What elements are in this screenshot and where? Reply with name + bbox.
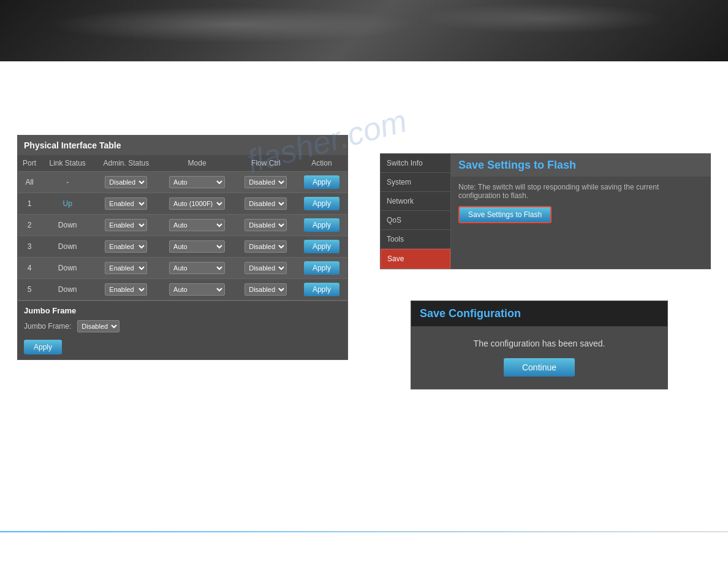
table-row: 2DownDisabledEnabledAutoAuto (1000F)100F… — [18, 215, 347, 236]
cell-mode: AutoAuto (1000F)100F100H10F10H — [159, 193, 236, 215]
sidebar-menu: Switch Info System Network QoS Tools Sav… — [381, 154, 451, 269]
save-settings-to-flash-button[interactable]: Save Settings to Flash — [458, 206, 552, 223]
cell-flow-ctrl: DisabledEnabled — [236, 193, 296, 215]
admin-status-select[interactable]: DisabledEnabled — [105, 240, 147, 253]
header-banner — [0, 0, 728, 61]
continue-button[interactable]: Continue — [504, 358, 575, 377]
jumbo-frame-section: Jumbo Frame Jumbo Frame: Disabled Enable… — [18, 301, 347, 359]
flow-ctrl-select[interactable]: DisabledEnabled — [245, 197, 287, 210]
apply-button[interactable]: Apply — [304, 175, 339, 189]
cell-admin-status: DisabledEnabled — [94, 193, 158, 215]
apply-button[interactable]: Apply — [304, 218, 339, 232]
cell-flow-ctrl: DisabledEnabled — [236, 172, 296, 193]
cell-link-status: Up — [41, 193, 94, 215]
flow-ctrl-select[interactable]: DisabledEnabled — [245, 219, 287, 231]
cell-mode: AutoAuto (1000F)100F100H10F10H — [159, 236, 236, 258]
cell-flow-ctrl: DisabledEnabled — [236, 279, 296, 301]
admin-status-select[interactable]: DisabledEnabled — [105, 262, 147, 274]
apply-button[interactable]: Apply — [304, 240, 339, 253]
cell-port: All — [18, 172, 41, 193]
cell-link-status: Down — [41, 236, 94, 258]
col-action: Action — [296, 155, 347, 172]
cell-flow-ctrl: DisabledEnabled — [236, 215, 296, 236]
col-flow-ctrl: Flow Ctrl — [236, 155, 296, 172]
jumbo-apply-button[interactable]: Apply — [24, 340, 62, 354]
col-mode: Mode — [159, 155, 236, 172]
table-row: 3DownDisabledEnabledAutoAuto (1000F)100F… — [18, 236, 347, 258]
sidebar-tools[interactable]: Tools — [381, 230, 450, 249]
flow-ctrl-select[interactable]: DisabledEnabled — [245, 176, 287, 188]
cell-port: 4 — [18, 258, 41, 279]
table-title: Physical Interface Table — [18, 136, 347, 155]
flow-ctrl-select[interactable]: DisabledEnabled — [245, 240, 287, 253]
cell-link-status: Down — [41, 215, 94, 236]
col-link-status: Link Status — [41, 155, 94, 172]
interface-table: Port Link Status Admin. Status Mode Flow… — [18, 155, 347, 301]
cell-port: 5 — [18, 279, 41, 301]
mode-select[interactable]: AutoAuto (1000F)100F100H10F10H — [169, 219, 225, 231]
sidebar-network[interactable]: Network — [381, 192, 450, 211]
save-config-dialog: Save Configuration The configuration has… — [411, 301, 668, 389]
sidebar-save[interactable]: Save — [381, 249, 450, 269]
cell-action: Apply — [296, 279, 347, 301]
cell-mode: AutoAuto (1000F)100F100H10F10H — [159, 215, 236, 236]
cell-admin-status: DisabledEnabled — [94, 258, 158, 279]
sidebar-switch-info[interactable]: Switch Info — [381, 154, 450, 173]
mode-select[interactable]: AutoAuto (1000F)100F100H10F10H — [169, 262, 225, 274]
footer-line — [0, 531, 728, 532]
cell-port: 2 — [18, 215, 41, 236]
cell-mode: AutoAuto (1000F)100F100H10F10H — [159, 279, 236, 301]
jumbo-frame-select[interactable]: Disabled Enabled — [77, 320, 119, 332]
cell-action: Apply — [296, 193, 347, 215]
cell-action: Apply — [296, 236, 347, 258]
table-row: 1UpDisabledEnabledAutoAuto (1000F)100F10… — [18, 193, 347, 215]
admin-status-select[interactable]: DisabledEnabled — [105, 219, 147, 231]
mode-select[interactable]: AutoAuto (1000F)100F100H10F10H — [169, 176, 225, 188]
apply-button[interactable]: Apply — [304, 261, 339, 275]
sidebar-system[interactable]: System — [381, 173, 450, 192]
table-row: 4DownDisabledEnabledAutoAuto (1000F)100F… — [18, 258, 347, 279]
save-flash-title: Save Settings to Flash — [458, 159, 703, 172]
cell-action: Apply — [296, 258, 347, 279]
cell-admin-status: DisabledEnabled — [94, 236, 158, 258]
col-port: Port — [18, 155, 41, 172]
cell-flow-ctrl: DisabledEnabled — [236, 258, 296, 279]
cell-admin-status: DisabledEnabled — [94, 215, 158, 236]
sidebar-qos[interactable]: QoS — [381, 211, 450, 230]
cell-admin-status: DisabledEnabled — [94, 279, 158, 301]
save-config-title: Save Configuration — [420, 307, 659, 320]
cell-action: Apply — [296, 172, 347, 193]
cell-mode: AutoAuto (1000F)100F100H10F10H — [159, 258, 236, 279]
save-content-area: Save Settings to Flash Note: The switch … — [451, 154, 710, 269]
save-config-message: The configuration has been saved. — [420, 339, 659, 348]
admin-status-select[interactable]: DisabledEnabled — [105, 197, 147, 210]
cell-action: Apply — [296, 215, 347, 236]
cell-link-status: Down — [41, 279, 94, 301]
flow-ctrl-select[interactable]: DisabledEnabled — [245, 283, 287, 296]
mode-select[interactable]: AutoAuto (1000F)100F100H10F10H — [169, 197, 225, 210]
save-settings-panel: Switch Info System Network QoS Tools Sav… — [380, 153, 711, 269]
mode-select[interactable]: AutoAuto (1000F)100F100H10F10H — [169, 283, 225, 296]
jumbo-frame-title: Jumbo Frame — [24, 306, 341, 315]
admin-status-select[interactable]: DisabledEnabled — [105, 283, 147, 296]
flow-ctrl-select[interactable]: DisabledEnabled — [245, 262, 287, 274]
cell-link-status: Down — [41, 258, 94, 279]
table-row: 5DownDisabledEnabledAutoAuto (1000F)100F… — [18, 279, 347, 301]
cell-flow-ctrl: DisabledEnabled — [236, 236, 296, 258]
cell-port: 1 — [18, 193, 41, 215]
cell-admin-status: DisabledEnabled — [94, 172, 158, 193]
cell-port: 3 — [18, 236, 41, 258]
admin-status-select[interactable]: DisabledEnabled — [105, 176, 147, 188]
save-flash-note: Note: The switch will stop responding wh… — [458, 183, 703, 200]
physical-interface-panel: Physical Interface Table Port Link Statu… — [17, 135, 348, 360]
apply-button[interactable]: Apply — [304, 197, 339, 210]
cell-link-status: - — [41, 172, 94, 193]
table-row: All-DisabledEnabledAutoAuto (1000F)100F1… — [18, 172, 347, 193]
col-admin-status: Admin. Status — [94, 155, 158, 172]
apply-button[interactable]: Apply — [304, 283, 339, 296]
jumbo-frame-label: Jumbo Frame: — [24, 322, 71, 331]
mode-select[interactable]: AutoAuto (1000F)100F100H10F10H — [169, 240, 225, 253]
cell-mode: AutoAuto (1000F)100F100H10F10H — [159, 172, 236, 193]
